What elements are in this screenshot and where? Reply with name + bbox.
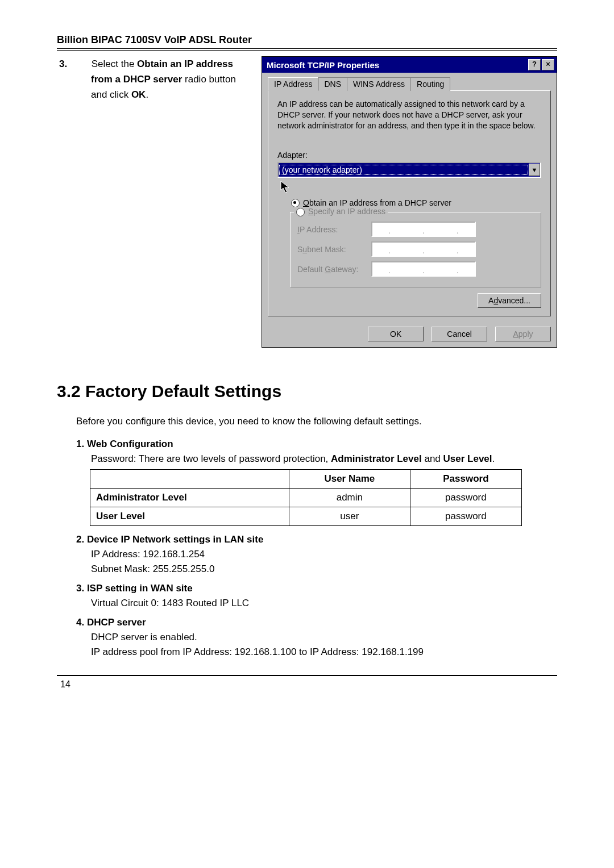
dialog-description: An IP address can be automatically assig… bbox=[277, 99, 541, 131]
footer-rule bbox=[57, 675, 557, 676]
cursor-icon bbox=[277, 181, 541, 195]
item-2-l2: Subnet Mask: 255.255.255.0 bbox=[91, 564, 557, 575]
advanced-button[interactable]: Advanced...Advanced... bbox=[478, 293, 541, 308]
adapter-label: Adapter: bbox=[277, 151, 541, 160]
radio-dhcp[interactable]: OObtain an IP address from a DHCP server… bbox=[291, 198, 541, 208]
section-intro: Before you configure this device, you ne… bbox=[76, 416, 557, 427]
tab-strip: IP Address DNS WINS Address Routing bbox=[268, 77, 551, 91]
dialog-title: Microsoft TCP/IP Properties bbox=[267, 60, 379, 70]
close-button[interactable]: × bbox=[542, 59, 554, 70]
cell-level: User Level bbox=[90, 507, 289, 526]
tab-routing[interactable]: Routing bbox=[410, 77, 450, 91]
tab-dns[interactable]: DNS bbox=[318, 77, 347, 91]
item-2-head: 2. Device IP Network settings in LAN sit… bbox=[76, 534, 557, 545]
step-text-c: . bbox=[146, 89, 148, 100]
cell-user: user bbox=[289, 507, 410, 526]
specify-group: Specify an IP addressSpecify an IP addre… bbox=[290, 212, 541, 287]
item-3-head: 3. ISP setting in WAN site bbox=[76, 583, 557, 594]
radio-icon bbox=[291, 199, 300, 207]
svg-marker-0 bbox=[281, 181, 289, 193]
item-4-l1: DHCP server is enabled. bbox=[91, 632, 557, 643]
table-row: User Level user password bbox=[90, 507, 522, 526]
default-gateway-label: Default Gateway:Default Gateway: bbox=[297, 265, 371, 274]
cell-user: admin bbox=[289, 489, 410, 507]
dialog-titlebar[interactable]: Microsoft TCP/IP Properties ? × bbox=[262, 57, 557, 73]
default-gateway-input[interactable]: ... bbox=[371, 261, 476, 277]
page: Billion BIPAC 7100SV VoIP ADSL Router 3.… bbox=[0, 0, 614, 712]
credentials-table: User Name Password Administrator Level a… bbox=[90, 469, 522, 526]
item-4: 4. DHCP server DHCP server is enabled. I… bbox=[76, 617, 557, 658]
section-heading: 3.2 Factory Default Settings bbox=[57, 382, 557, 401]
cell-pass: password bbox=[410, 489, 521, 507]
ip-address-input[interactable]: ... bbox=[371, 222, 476, 237]
item-3: 3. ISP setting in WAN site Virtual Circu… bbox=[76, 583, 557, 609]
subnet-mask-label: Subnet Mask:Subnet Mask: bbox=[297, 245, 371, 254]
chevron-down-icon[interactable]: ▼ bbox=[529, 164, 540, 176]
item-1-body: Password: There are two levels of passwo… bbox=[91, 453, 557, 465]
tcpip-dialog: Microsoft TCP/IP Properties ? × IP Addre… bbox=[262, 56, 557, 348]
item-1-head: 1. Web Configuration bbox=[76, 439, 557, 450]
step-and-dialog: 3. Select the Obtain an IP address from … bbox=[57, 56, 557, 348]
item-2-l1: IP Address: 192.168.1.254 bbox=[91, 549, 557, 560]
item-4-head: 4. DHCP server bbox=[76, 617, 557, 628]
tab-panel: An IP address can be automatically assig… bbox=[268, 90, 551, 316]
th-username: User Name bbox=[289, 470, 410, 489]
radio-dhcp-label: OObtain an IP address from a DHCP server… bbox=[303, 198, 451, 207]
ip-address-label: IP Address:IP Address: bbox=[297, 225, 371, 234]
item-1: 1. Web Configuration Password: There are… bbox=[76, 439, 557, 465]
radio-specify[interactable]: Specify an IP addressSpecify an IP addre… bbox=[294, 207, 388, 216]
item-3-l1: Virtual Circuit 0: 1483 Routed IP LLC bbox=[91, 598, 557, 609]
header-rule bbox=[57, 48, 557, 51]
tab-wins[interactable]: WINS Address bbox=[347, 77, 411, 91]
step-text: 3. Select the Obtain an IP address from … bbox=[57, 56, 250, 103]
apply-button[interactable]: ApplyApply bbox=[495, 327, 551, 341]
tab-ip-address[interactable]: IP Address bbox=[268, 77, 318, 91]
help-button[interactable]: ? bbox=[528, 59, 541, 70]
step-text-a: Select the bbox=[92, 59, 137, 69]
cancel-button[interactable]: Cancel bbox=[432, 327, 487, 341]
radio-icon bbox=[296, 208, 305, 216]
dialog-buttons: OK Cancel ApplyApply bbox=[262, 321, 557, 347]
cell-level: Administrator Level bbox=[90, 489, 289, 507]
adapter-combo[interactable]: (your network adapter) ▼ bbox=[277, 162, 541, 178]
cell-pass: password bbox=[410, 507, 521, 526]
ok-button[interactable]: OK bbox=[368, 327, 424, 341]
document-header: Billion BIPAC 7100SV VoIP ADSL Router bbox=[57, 34, 557, 46]
item-2: 2. Device IP Network settings in LAN sit… bbox=[76, 534, 557, 575]
step-bold-2: OK bbox=[131, 89, 146, 100]
th-blank bbox=[90, 470, 289, 489]
page-number: 14 bbox=[60, 679, 557, 690]
adapter-selected: (your network adapter) bbox=[279, 165, 528, 175]
step-number: 3. bbox=[75, 56, 89, 72]
item-4-l2: IP address pool from IP Address: 192.168… bbox=[91, 646, 557, 658]
th-password: Password bbox=[410, 470, 521, 489]
subnet-mask-input[interactable]: ... bbox=[371, 241, 476, 257]
table-row: Administrator Level admin password bbox=[90, 489, 522, 507]
